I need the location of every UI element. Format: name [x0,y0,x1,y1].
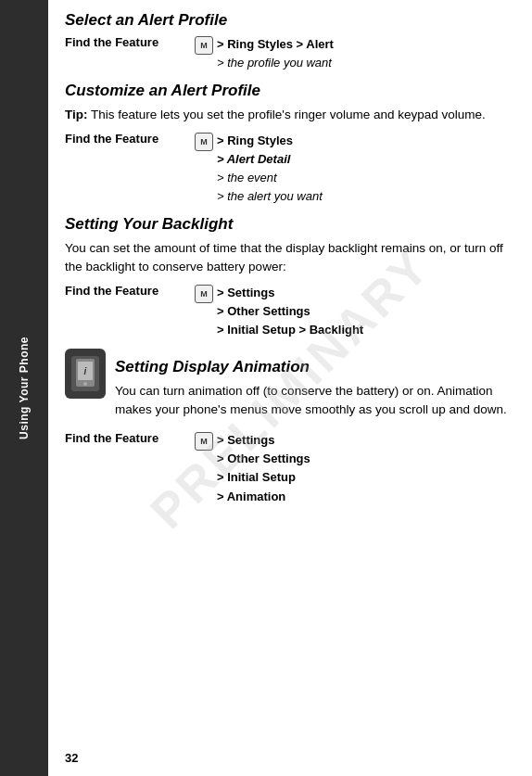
sidebar: Using Your Phone [0,0,48,776]
menu-icon-2: M [195,133,213,151]
section-setting-backlight: Setting Your Backlight You can set the a… [65,215,515,339]
find-feature-customize-alert: Find the Feature M > Ring Styles > Alert… [65,132,515,207]
find-feature-path-3: > Settings > Other Settings > Initial Se… [217,284,363,339]
find-feature-label-4: Find the Feature [65,431,185,445]
find-feature-path-2: > Ring Styles > Alert Detail > the event… [217,132,323,207]
phone-icon: i [74,359,96,388]
section-title-select-alert: Select an Alert Profile [65,11,515,30]
path-line-3-1: > Settings [217,286,275,299]
find-feature-label-3: Find the Feature [65,284,185,298]
page-number: 32 [65,751,78,765]
page-container: Using Your Phone PRELIMINARY Select an A… [0,0,532,776]
animation-content: Setting Display Animation You can turn a… [115,349,515,426]
customize-alert-body-text: This feature lets you set the profile's … [88,108,486,121]
path-line-4-4: > Animation [217,490,285,503]
path-line-4-2: > Other Settings [217,452,310,465]
section-customize-alert-profile: Customize an Alert Profile Tip: This fea… [65,82,515,206]
path-line-1-1: > Ring Styles > Alert [217,37,334,51]
section-select-alert-profile: Select an Alert Profile Find the Feature… [65,11,515,72]
menu-icon-4: M [195,432,213,451]
animation-body: You can turn animation off (to conserve … [115,382,515,418]
find-feature-select-alert: Find the Feature M > Ring Styles > Alert… [65,35,515,72]
path-line-2-2: > Alert Detail [217,152,290,166]
find-feature-label-1: Find the Feature [65,35,185,49]
path-line-2-1: > Ring Styles [217,134,293,147]
backlight-body: You can set the amount of time that the … [65,239,515,275]
tip-label: Tip: [65,108,88,121]
customize-alert-body: Tip: This feature lets you set the profi… [65,106,515,124]
main-content: PRELIMINARY Select an Alert Profile Find… [48,0,532,776]
find-feature-animation: Find the Feature M > Settings > Other Se… [65,431,515,506]
find-feature-path-4: > Settings > Other Settings > Initial Se… [217,431,310,506]
path-line-4-3: > Initial Setup [217,470,296,484]
path-line-2-3: > the event [217,171,277,184]
section-display-animation: i Setting Display Animation You can turn… [65,349,515,515]
find-feature-path-1: > Ring Styles > Alert > the profile you … [217,35,334,72]
sidebar-label: Using Your Phone [18,337,31,439]
path-line-3-2: > Other Settings [217,304,310,318]
menu-icon-3: M [195,285,213,303]
info-icon-box: i [65,349,106,399]
section-title-animation: Setting Display Animation [115,358,515,376]
svg-point-2 [83,382,87,386]
menu-icon-1: M [195,36,213,55]
section-title-backlight: Setting Your Backlight [65,215,515,234]
path-line-1-2: > the profile you want [217,56,332,70]
path-line-4-1: > Settings [217,433,275,447]
path-line-3-3: > Initial Setup > Backlight [217,323,363,337]
section-title-customize-alert: Customize an Alert Profile [65,82,515,100]
find-feature-label-2: Find the Feature [65,132,185,146]
svg-text:i: i [84,366,87,376]
find-feature-backlight: Find the Feature M > Settings > Other Se… [65,284,515,339]
path-line-2-4: > the alert you want [217,189,323,203]
info-icon-inner: i [71,356,99,391]
